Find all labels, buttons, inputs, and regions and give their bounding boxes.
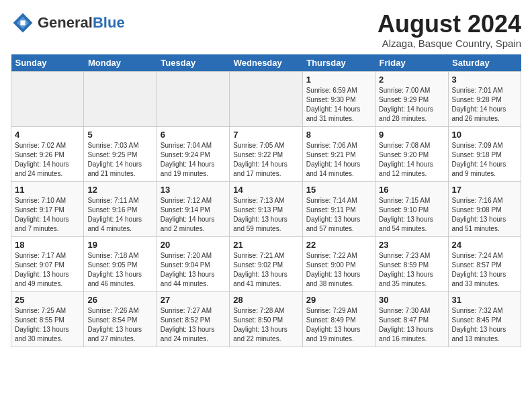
day-number: 10	[452, 130, 517, 140]
calendar-cell: 31Sunrise: 7:32 AM Sunset: 8:45 PM Dayli…	[448, 291, 521, 347]
day-info: Sunrise: 7:25 AM Sunset: 8:55 PM Dayligh…	[15, 306, 80, 344]
day-number: 23	[379, 240, 444, 250]
day-info: Sunrise: 6:59 AM Sunset: 9:30 PM Dayligh…	[306, 86, 371, 124]
weekday-header-saturday: Saturday	[448, 54, 521, 72]
day-info: Sunrise: 7:11 AM Sunset: 9:16 PM Dayligh…	[87, 196, 152, 234]
day-info: Sunrise: 7:09 AM Sunset: 9:18 PM Dayligh…	[452, 141, 517, 179]
calendar-cell	[157, 71, 229, 126]
day-info: Sunrise: 7:23 AM Sunset: 8:59 PM Dayligh…	[379, 251, 444, 289]
weekday-header-row: SundayMondayTuesdayWednesdayThursdayFrid…	[11, 54, 521, 72]
day-info: Sunrise: 7:26 AM Sunset: 8:54 PM Dayligh…	[87, 306, 152, 344]
calendar-cell: 12Sunrise: 7:11 AM Sunset: 9:16 PM Dayli…	[84, 181, 157, 236]
day-number: 21	[233, 240, 298, 250]
day-number: 24	[452, 240, 517, 250]
day-number: 15	[306, 185, 371, 195]
day-info: Sunrise: 7:02 AM Sunset: 9:26 PM Dayligh…	[15, 141, 80, 179]
calendar-table: SundayMondayTuesdayWednesdayThursdayFrid…	[11, 54, 521, 347]
calendar-cell: 14Sunrise: 7:13 AM Sunset: 9:13 PM Dayli…	[230, 181, 302, 236]
day-info: Sunrise: 7:15 AM Sunset: 9:10 PM Dayligh…	[379, 196, 444, 234]
calendar-cell: 28Sunrise: 7:28 AM Sunset: 8:50 PM Dayli…	[230, 291, 302, 347]
day-number: 3	[452, 75, 517, 85]
calendar-week-row: 4Sunrise: 7:02 AM Sunset: 9:26 PM Daylig…	[11, 126, 521, 181]
day-info: Sunrise: 7:28 AM Sunset: 8:50 PM Dayligh…	[233, 306, 298, 344]
day-number: 13	[161, 185, 226, 195]
day-info: Sunrise: 7:14 AM Sunset: 9:11 PM Dayligh…	[306, 196, 371, 234]
logo-blue-text: Blue	[93, 14, 125, 31]
day-number: 2	[379, 75, 444, 85]
calendar-cell: 29Sunrise: 7:29 AM Sunset: 8:49 PM Dayli…	[302, 291, 375, 347]
calendar-cell: 21Sunrise: 7:21 AM Sunset: 9:02 PM Dayli…	[230, 236, 302, 291]
day-number: 28	[233, 295, 298, 305]
calendar-cell	[11, 71, 84, 126]
day-info: Sunrise: 7:20 AM Sunset: 9:04 PM Dayligh…	[161, 251, 226, 289]
day-info: Sunrise: 7:13 AM Sunset: 9:13 PM Dayligh…	[233, 196, 298, 234]
calendar-cell: 17Sunrise: 7:16 AM Sunset: 9:08 PM Dayli…	[448, 181, 521, 236]
calendar-cell: 26Sunrise: 7:26 AM Sunset: 8:54 PM Dayli…	[84, 291, 157, 347]
day-number: 14	[233, 185, 298, 195]
day-number: 29	[306, 295, 371, 305]
calendar-cell: 15Sunrise: 7:14 AM Sunset: 9:11 PM Dayli…	[302, 181, 375, 236]
calendar-cell: 22Sunrise: 7:22 AM Sunset: 9:00 PM Dayli…	[302, 236, 375, 291]
day-number: 1	[306, 75, 371, 85]
day-number: 25	[15, 295, 80, 305]
location-text: Alzaga, Basque Country, Spain	[378, 38, 521, 49]
day-number: 16	[379, 185, 444, 195]
weekday-header-thursday: Thursday	[302, 54, 375, 72]
calendar-cell: 9Sunrise: 7:08 AM Sunset: 9:20 PM Daylig…	[375, 126, 448, 181]
title-block: August 2024 Alzaga, Basque Country, Spai…	[378, 11, 521, 49]
day-number: 26	[87, 295, 152, 305]
day-info: Sunrise: 7:10 AM Sunset: 9:17 PM Dayligh…	[15, 196, 80, 234]
day-info: Sunrise: 7:17 AM Sunset: 9:07 PM Dayligh…	[15, 251, 80, 289]
day-number: 31	[452, 295, 517, 305]
day-number: 27	[161, 295, 226, 305]
calendar-cell: 30Sunrise: 7:30 AM Sunset: 8:47 PM Dayli…	[375, 291, 448, 347]
day-number: 7	[233, 130, 298, 140]
day-number: 11	[15, 185, 80, 195]
day-info: Sunrise: 7:05 AM Sunset: 9:22 PM Dayligh…	[233, 141, 298, 179]
day-number: 6	[161, 130, 226, 140]
day-info: Sunrise: 7:29 AM Sunset: 8:49 PM Dayligh…	[306, 306, 371, 344]
weekday-header-sunday: Sunday	[11, 54, 84, 72]
day-info: Sunrise: 7:08 AM Sunset: 9:20 PM Dayligh…	[379, 141, 444, 179]
weekday-header-wednesday: Wednesday	[230, 54, 302, 72]
calendar-cell: 19Sunrise: 7:18 AM Sunset: 9:05 PM Dayli…	[84, 236, 157, 291]
calendar-cell: 5Sunrise: 7:03 AM Sunset: 9:25 PM Daylig…	[84, 126, 157, 181]
calendar-cell: 7Sunrise: 7:05 AM Sunset: 9:22 PM Daylig…	[230, 126, 302, 181]
weekday-header-friday: Friday	[375, 54, 448, 72]
calendar-cell: 11Sunrise: 7:10 AM Sunset: 9:17 PM Dayli…	[11, 181, 84, 236]
day-info: Sunrise: 7:12 AM Sunset: 9:14 PM Dayligh…	[161, 196, 226, 234]
day-info: Sunrise: 7:01 AM Sunset: 9:28 PM Dayligh…	[452, 86, 517, 124]
generalblue-logo-icon	[11, 11, 35, 35]
calendar-cell: 25Sunrise: 7:25 AM Sunset: 8:55 PM Dayli…	[11, 291, 84, 347]
calendar-cell: 16Sunrise: 7:15 AM Sunset: 9:10 PM Dayli…	[375, 181, 448, 236]
weekday-header-monday: Monday	[84, 54, 157, 72]
calendar-cell	[84, 71, 157, 126]
calendar-cell: 10Sunrise: 7:09 AM Sunset: 9:18 PM Dayli…	[448, 126, 521, 181]
logo: GeneralBlue	[11, 11, 125, 35]
calendar-cell: 23Sunrise: 7:23 AM Sunset: 8:59 PM Dayli…	[375, 236, 448, 291]
day-info: Sunrise: 7:30 AM Sunset: 8:47 PM Dayligh…	[379, 306, 444, 344]
day-number: 18	[15, 240, 80, 250]
day-number: 5	[87, 130, 152, 140]
day-number: 22	[306, 240, 371, 250]
logo-general-text: General	[38, 14, 93, 31]
calendar-cell: 6Sunrise: 7:04 AM Sunset: 9:24 PM Daylig…	[157, 126, 229, 181]
day-number: 30	[379, 295, 444, 305]
day-info: Sunrise: 7:24 AM Sunset: 8:57 PM Dayligh…	[452, 251, 517, 289]
day-info: Sunrise: 7:00 AM Sunset: 9:29 PM Dayligh…	[379, 86, 444, 124]
day-number: 9	[379, 130, 444, 140]
day-info: Sunrise: 7:27 AM Sunset: 8:52 PM Dayligh…	[161, 306, 226, 344]
calendar-week-row: 1Sunrise: 6:59 AM Sunset: 9:30 PM Daylig…	[11, 71, 521, 126]
calendar-week-row: 25Sunrise: 7:25 AM Sunset: 8:55 PM Dayli…	[11, 291, 521, 347]
day-info: Sunrise: 7:03 AM Sunset: 9:25 PM Dayligh…	[87, 141, 152, 179]
calendar-cell: 13Sunrise: 7:12 AM Sunset: 9:14 PM Dayli…	[157, 181, 229, 236]
day-number: 12	[87, 185, 152, 195]
calendar-cell: 24Sunrise: 7:24 AM Sunset: 8:57 PM Dayli…	[448, 236, 521, 291]
month-title: August 2024	[378, 11, 521, 38]
calendar-cell: 8Sunrise: 7:06 AM Sunset: 9:21 PM Daylig…	[302, 126, 375, 181]
calendar-cell	[230, 71, 302, 126]
calendar-cell: 3Sunrise: 7:01 AM Sunset: 9:28 PM Daylig…	[448, 71, 521, 126]
page-header: GeneralBlue August 2024 Alzaga, Basque C…	[11, 11, 521, 49]
day-info: Sunrise: 7:32 AM Sunset: 8:45 PM Dayligh…	[452, 306, 517, 344]
calendar-cell: 4Sunrise: 7:02 AM Sunset: 9:26 PM Daylig…	[11, 126, 84, 181]
